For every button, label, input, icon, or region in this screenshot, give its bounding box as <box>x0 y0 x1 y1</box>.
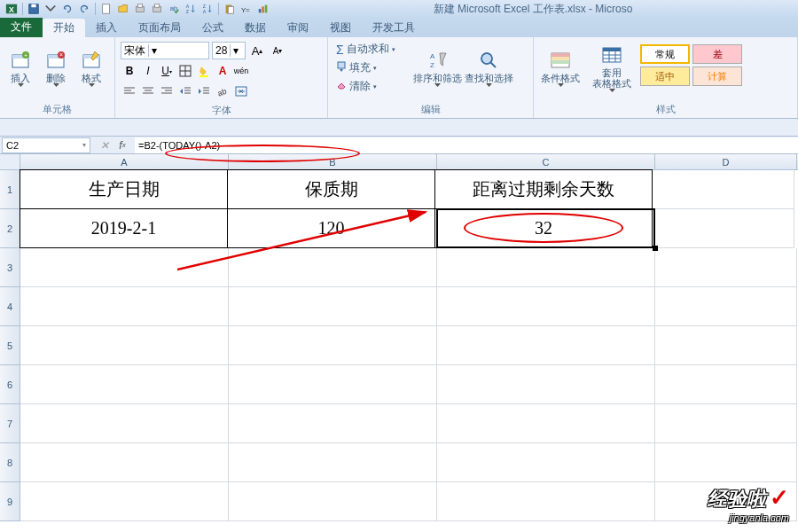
formula-icon[interactable]: Y= <box>239 2 254 16</box>
cell-B9[interactable] <box>229 482 437 521</box>
row-header-1[interactable]: 1 <box>0 170 20 209</box>
cell-A6[interactable] <box>20 365 229 404</box>
undo-icon[interactable] <box>59 2 75 16</box>
tab-view[interactable]: 视图 <box>319 19 362 37</box>
cell-C5[interactable] <box>437 326 655 365</box>
tab-home[interactable]: 开始 <box>43 19 85 37</box>
cell-D2[interactable] <box>653 209 794 248</box>
sort-desc-icon[interactable]: ZA <box>200 2 215 16</box>
cell-style-neutral[interactable]: 适中 <box>640 66 690 86</box>
cell-D3[interactable] <box>655 248 797 287</box>
cell-C4[interactable] <box>437 287 655 326</box>
cell-C3[interactable] <box>437 248 655 287</box>
new-icon[interactable] <box>98 2 114 16</box>
cell-C2[interactable]: 32 <box>434 208 653 248</box>
fx-icon[interactable]: fx <box>115 138 129 153</box>
cell-C6[interactable] <box>437 365 655 404</box>
row-header-5[interactable]: 5 <box>0 326 20 365</box>
tab-page-layout[interactable]: 页面布局 <box>128 19 192 37</box>
file-tab[interactable]: 文件 <box>0 18 43 37</box>
print-preview-icon[interactable] <box>132 2 148 16</box>
cell-B4[interactable] <box>229 287 437 326</box>
cell-A3[interactable] <box>20 248 229 287</box>
table-format-button[interactable]: 套用 表格格式 <box>589 39 635 98</box>
delete-button[interactable]: × 删除 <box>39 39 73 98</box>
spellcheck-icon[interactable]: ab <box>166 2 182 16</box>
column-header-C[interactable]: C <box>437 154 655 169</box>
clear-button[interactable]: 清除▾ <box>333 78 410 95</box>
excel-icon[interactable]: X <box>4 2 20 16</box>
row-header-8[interactable]: 8 <box>0 443 20 482</box>
sort-asc-icon[interactable]: AZ <box>183 2 199 16</box>
cell-C7[interactable] <box>437 404 655 443</box>
row-header-2[interactable]: 2 <box>0 209 20 248</box>
cell-C9[interactable] <box>437 482 655 521</box>
tab-insert[interactable]: 插入 <box>85 19 128 37</box>
underline-button[interactable]: U▾ <box>158 62 176 80</box>
find-select-button[interactable]: 查找和选择 <box>463 39 514 98</box>
fill-handle[interactable] <box>653 246 658 251</box>
cell-D5[interactable] <box>655 326 797 365</box>
decrease-indent-icon[interactable] <box>176 82 194 100</box>
format-button[interactable]: 格式 <box>74 39 108 98</box>
tab-developer[interactable]: 开发工具 <box>362 19 426 37</box>
border-button[interactable] <box>176 62 194 80</box>
cell-A1[interactable]: 生产日期 <box>20 169 228 209</box>
cell-D4[interactable] <box>655 287 797 326</box>
quick-print-icon[interactable] <box>149 2 165 16</box>
chart-icon[interactable] <box>255 2 271 16</box>
cell-D6[interactable] <box>655 365 797 404</box>
column-header-D[interactable]: D <box>655 154 797 169</box>
name-box[interactable]: C2 ▾ <box>2 137 90 153</box>
cell-style-normal[interactable]: 常规 <box>640 44 690 64</box>
cell-A4[interactable] <box>20 287 229 326</box>
cell-B7[interactable] <box>229 404 437 443</box>
open-icon[interactable] <box>115 2 131 16</box>
paste-icon[interactable] <box>222 2 238 16</box>
merge-center-icon[interactable] <box>232 82 250 100</box>
fill-color-button[interactable] <box>195 62 213 80</box>
cell-D1[interactable] <box>653 170 794 209</box>
fill-button[interactable]: 填充▾ <box>333 59 410 76</box>
decrease-font-icon[interactable]: A▾ <box>269 42 286 59</box>
cell-C8[interactable] <box>437 443 655 482</box>
tab-data[interactable]: 数据 <box>234 19 277 37</box>
cell-style-bad[interactable]: 差 <box>692 44 742 64</box>
cell-A2[interactable]: 2019-2-1 <box>20 208 228 248</box>
increase-indent-icon[interactable] <box>195 82 213 100</box>
row-header-4[interactable]: 4 <box>0 287 20 326</box>
select-all-corner[interactable] <box>0 154 20 169</box>
cell-A5[interactable] <box>20 326 229 365</box>
qat-dropdown-icon[interactable] <box>43 2 59 16</box>
tab-review[interactable]: 审阅 <box>277 19 319 37</box>
autosum-button[interactable]: Σ自动求和▾ <box>333 41 410 58</box>
cell-B2[interactable]: 120 <box>227 208 435 248</box>
align-center-icon[interactable] <box>139 82 157 100</box>
save-icon[interactable] <box>26 2 42 16</box>
cell-A7[interactable] <box>20 404 229 443</box>
phonetic-button[interactable]: wén <box>232 62 250 80</box>
sort-filter-button[interactable]: AZ 排序和筛选 <box>411 39 463 98</box>
cancel-formula-icon[interactable]: ✕ <box>98 138 112 153</box>
font-size-combo[interactable]: 28▾ <box>212 42 246 59</box>
italic-button[interactable]: I <box>139 62 157 80</box>
row-header-7[interactable]: 7 <box>0 404 20 443</box>
cell-B5[interactable] <box>229 326 437 365</box>
row-header-3[interactable]: 3 <box>0 248 20 287</box>
increase-font-icon[interactable]: A▴ <box>248 42 266 59</box>
row-header-9[interactable]: 9 <box>0 482 20 521</box>
align-right-icon[interactable] <box>158 82 176 100</box>
font-color-button[interactable]: A <box>214 62 231 80</box>
align-left-icon[interactable] <box>121 82 138 100</box>
redo-icon[interactable] <box>76 2 92 16</box>
cell-C1[interactable]: 距离过期剩余天数 <box>434 169 653 209</box>
bold-button[interactable]: B <box>121 62 138 80</box>
cell-A9[interactable] <box>20 482 229 521</box>
column-header-B[interactable]: B <box>229 154 437 169</box>
cell-B8[interactable] <box>229 443 437 482</box>
cell-D8[interactable] <box>655 443 797 482</box>
tab-formulas[interactable]: 公式 <box>192 19 234 37</box>
cell-style-calc[interactable]: 计算 <box>692 66 742 86</box>
cell-B3[interactable] <box>229 248 437 287</box>
cell-D7[interactable] <box>655 404 797 443</box>
